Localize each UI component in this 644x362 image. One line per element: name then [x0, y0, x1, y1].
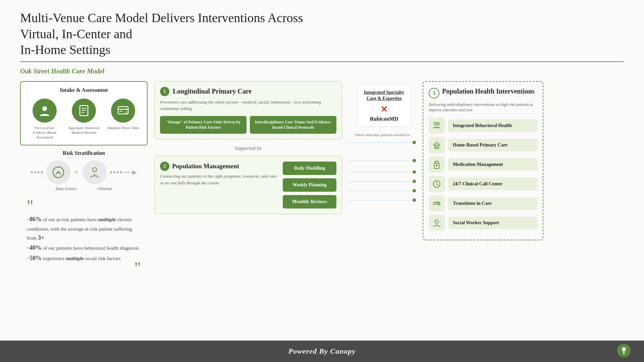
main-title: Multi-Venue Care Model Delivers Interven… [20, 10, 322, 58]
sws-icon [429, 215, 445, 231]
phi-header: 3 Population Health Interventions [429, 87, 537, 99]
lpc-cards: "Dosage" of Primary Care Visits Driven b… [160, 116, 336, 134]
risk-title: Risk Stratification [20, 150, 148, 156]
specialty-title: Integrated Specialty Care & Expertise [362, 89, 406, 102]
rubicon-cross: ✕ [380, 104, 388, 115]
svg-point-24 [433, 202, 436, 205]
page-container: Multi-Venue Care Model Delivers Interven… [0, 0, 644, 362]
rubiconmd-logo: ✕ RubiconMD [362, 104, 406, 122]
lpc-header: 1 Longitudinal Primary Care [160, 87, 336, 96]
pm-title: Population Management [172, 163, 239, 170]
dots-left [31, 171, 43, 173]
phi-item-label-tc: Transitions in Care [448, 197, 537, 210]
main-layout: Intake & Assessment Face-to-Face Evidenc… [20, 81, 627, 275]
title-underline [20, 61, 624, 62]
intake-item-payor: Integrate Payor Data [106, 99, 140, 130]
phi-title: Population Health Interventions [442, 87, 535, 95]
phi-item-tc: Transitions in Care [429, 195, 537, 212]
face-icon [33, 99, 57, 123]
svg-point-26 [435, 220, 438, 223]
lpc-card1: "Dosage" of Primary Care Visits Driven b… [160, 116, 247, 134]
powered-text: Powered By Canopy [288, 347, 356, 356]
lpc-number: 1 [160, 87, 169, 96]
left-column: Intake & Assessment Face-to-Face Evidenc… [20, 81, 148, 275]
intake-box: Intake & Assessment Face-to-Face Evidenc… [20, 81, 148, 146]
svg-line-23 [437, 184, 438, 185]
pm-right: Daily Huddling Weekly Planning Monthly R… [283, 162, 336, 208]
lpc-title: Longitudinal Primary Care [173, 87, 252, 95]
bottom-bar: Powered By Canopy [0, 341, 644, 362]
svg-rect-29 [623, 351, 625, 354]
phi-item-sws: Social Worker Support [429, 215, 537, 231]
canopy-logo [617, 344, 631, 357]
phi-item-label-sws: Social Worker Support [448, 217, 537, 229]
hbpc-icon [429, 137, 445, 153]
dots-right: ▶ [110, 171, 137, 173]
phi-title-block: Population Health Interventions [442, 87, 535, 95]
open-quote: " [27, 199, 141, 212]
phi-item-label-ccc: 24/7 Clinical Call Center [448, 178, 537, 190]
intake-label-face: Face-to-Face Evidence Based Assessment [28, 125, 61, 140]
clinician-label: Clinician [97, 186, 112, 191]
data-science-label: Data Science [56, 186, 77, 191]
risk-labels: Data Science Clinician [20, 186, 148, 191]
weekly-planning-btn[interactable]: Weekly Planning [283, 178, 336, 192]
phi-subtitle: Delivering multi-displinary intervention… [429, 102, 537, 113]
svg-rect-15 [435, 145, 439, 148]
specialty-box: Integrated Specialty Care & Expertise ✕ … [357, 84, 411, 127]
intake-icons: Face-to-Face Evidence Based Assessment A… [25, 99, 143, 140]
phi-box: 3 Population Health Interventions Delive… [423, 81, 543, 241]
phi-item-label-mm: Medication Management [448, 158, 537, 171]
close-quote: " [27, 264, 141, 272]
lpc-card2: Interdisciplinary Care Teams And Evidenc… [250, 116, 336, 134]
subtitle-label: Oak Street Health Care Model [20, 67, 627, 75]
intake-item-face: Face-to-Face Evidence Based Assessment [28, 99, 61, 140]
quote-line1: ~86% of our at-risk patients have multip… [27, 215, 141, 224]
specialty-connector: Integrated Specialty Care & Expertise ✕ … [349, 81, 416, 202]
quote-line2: conditions, with the average at-risk pat… [27, 225, 141, 243]
svg-point-14 [437, 122, 439, 125]
phi-item-label-ibh: Integrated Behavioral Health [448, 119, 537, 132]
data-science-icon [46, 160, 70, 184]
quote-line4: ~50% experience multiple social risk fac… [27, 253, 141, 263]
plus-sign: + [74, 167, 79, 178]
supported-by: Supported by [154, 145, 342, 151]
pm-left: 2 Population Management Connecting our p… [160, 162, 278, 186]
phi-item-label-hbpc: Home-Based Primary Care [448, 139, 537, 152]
right-column: 3 Population Health Interventions Delive… [423, 81, 543, 241]
lpc-box: 1 Longitudinal Primary Care Preventive c… [154, 81, 342, 140]
pm-subtitle: Connecting our patients to the right pro… [160, 173, 278, 186]
where-indicated: Where indicated, patients enrolled in [355, 132, 410, 137]
tc-icon [429, 195, 445, 212]
risk-section: Risk Stratification + ▶ [20, 150, 148, 191]
phi-item-ibh: Integrated Behavioral Health [429, 118, 537, 134]
mm-icon [429, 157, 445, 173]
middle-column: 1 Longitudinal Primary Care Preventive c… [154, 81, 342, 215]
rubicon-text: RubiconMD [370, 116, 398, 122]
payor-icon [111, 99, 135, 123]
pm-box: 2 Population Management Connecting our p… [154, 156, 342, 214]
intake-label-payor: Integrate Payor Data [107, 125, 139, 130]
intake-label-records: Aggregate Historical Medical Records [67, 125, 101, 135]
daily-huddling-btn[interactable]: Daily Huddling [283, 162, 336, 175]
clinician-icon [83, 160, 107, 184]
risk-icons-row: + ▶ [20, 160, 148, 184]
phi-item-ccc: 24/7 Clinical Call Center [429, 176, 537, 192]
intake-item-records: Aggregate Historical Medical Records [67, 99, 101, 135]
lpc-subtitle: Preventive care addressing the whole per… [160, 99, 336, 112]
svg-point-0 [42, 106, 47, 111]
svg-point-11 [93, 168, 97, 172]
pm-number: 2 [160, 162, 169, 171]
intake-title: Intake & Assessment [25, 87, 143, 93]
phi-item-mm: Medication Management [429, 157, 537, 173]
quote-section: " ~86% of our at-risk patients have mult… [20, 196, 148, 275]
connector-dots [349, 141, 416, 202]
records-icon [72, 99, 96, 123]
monthly-reviews-btn[interactable]: Monthly Reviews [283, 195, 336, 208]
phi-item-hbpc: Home-Based Primary Care [429, 137, 537, 153]
ibh-icon [429, 118, 445, 134]
ccc-icon [429, 176, 445, 192]
svg-point-10 [57, 171, 59, 173]
quote-line3: ~40% of our patients have behavioral hea… [27, 243, 141, 253]
phi-number: 3 [429, 88, 439, 99]
